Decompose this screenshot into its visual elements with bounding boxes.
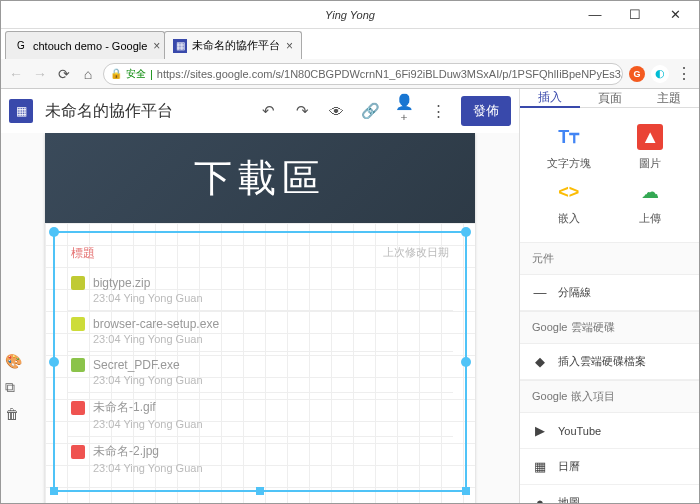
minimize-button[interactable]: — [575, 2, 615, 28]
insert-map[interactable]: ● 地圖 [520, 485, 699, 504]
tab-themes[interactable]: 主題 [639, 89, 699, 108]
drive-column-date: 上次修改日期 [383, 245, 449, 262]
file-meta: 23:04 Ying Yong Guan [93, 418, 449, 430]
section-components: 元件 [520, 242, 699, 275]
tab-pages[interactable]: 頁面 [580, 89, 640, 108]
insert-divider[interactable]: — 分隔線 [520, 275, 699, 311]
section-drive: Google 雲端硬碟 [520, 311, 699, 344]
page-canvas[interactable]: 下載區 標題 上次修改日期 bigtype.z [45, 133, 475, 504]
close-tab-icon[interactable]: × [286, 39, 293, 53]
os-username: Ying Yong [325, 9, 375, 21]
google-favicon-icon: G [14, 39, 28, 53]
file-name: Secret_PDF.exe [93, 358, 180, 372]
section-google-embed: Google 嵌入項目 [520, 380, 699, 413]
tab-title: 未命名的協作平台 [192, 38, 280, 53]
drive-column-name: 標題 [71, 245, 95, 262]
tab-insert[interactable]: 插入 [520, 89, 580, 108]
image-icon: ▲ [637, 124, 663, 150]
app-toolbar: ▦ 未命名的協作平台 ↶ ↷ 👁 🔗 👤⁺ ⋮ 發佈 [1, 89, 519, 133]
copy-icon[interactable]: ⧉ [5, 379, 22, 396]
file-row[interactable]: 未命名-1.gif23:04 Ying Yong Guan [67, 392, 453, 436]
extension-icon[interactable]: ◐ [651, 65, 669, 83]
map-pin-icon: ● [532, 495, 548, 504]
more-button[interactable]: ⋮ [427, 102, 449, 120]
insert-upload[interactable]: ☁ 上傳 [612, 179, 690, 226]
redo-button[interactable]: ↷ [291, 102, 313, 120]
url-text: https://sites.google.com/s/1N80CBGPDWcrn… [157, 68, 623, 80]
preview-button[interactable]: 👁 [325, 103, 347, 120]
insert-youtube[interactable]: ▶ YouTube [520, 413, 699, 449]
file-type-icon [71, 401, 85, 415]
page-header[interactable]: 下載區 [45, 133, 475, 223]
file-type-icon [71, 445, 85, 459]
calendar-icon: ▦ [532, 459, 548, 474]
reload-button[interactable]: ⟳ [55, 65, 73, 83]
lock-icon: 🔒 [110, 68, 122, 79]
address-bar-row: ← → ⟳ ⌂ 🔒 安全 | https://sites.google.com/… [1, 59, 699, 89]
file-name: browser-care-setup.exe [93, 317, 219, 331]
browser-tab[interactable]: G chtouch demo - Google × [5, 31, 165, 59]
insert-image[interactable]: ▲ 圖片 [612, 124, 690, 171]
file-type-icon [71, 276, 85, 290]
site-title[interactable]: 未命名的協作平台 [45, 101, 173, 122]
delete-icon[interactable]: 🗑 [5, 406, 22, 422]
file-type-icon [71, 317, 85, 331]
file-name: 未命名-1.gif [93, 399, 156, 416]
file-row[interactable]: browser-care-setup.exe23:04 Ying Yong Gu… [67, 310, 453, 351]
file-meta: 23:04 Ying Yong Guan [93, 374, 449, 386]
file-meta: 23:04 Ying Yong Guan [93, 462, 449, 474]
undo-button[interactable]: ↶ [257, 102, 279, 120]
file-row[interactable]: 未命名-2.jpg23:04 Ying Yong Guan [67, 436, 453, 480]
browser-tab-strip: G chtouch demo - Google × ▦ 未命名的協作平台 × [1, 29, 699, 59]
extension-icon[interactable]: G [629, 66, 645, 82]
back-button[interactable]: ← [7, 65, 25, 83]
file-row[interactable]: bigtype.zip23:04 Ying Yong Guan [67, 270, 453, 310]
close-tab-icon[interactable]: × [153, 39, 160, 53]
drive-icon: ◆ [532, 354, 548, 369]
file-meta: 23:04 Ying Yong Guan [93, 333, 449, 345]
maximize-button[interactable]: ☐ [615, 2, 655, 28]
palette-icon[interactable]: 🎨 [5, 353, 22, 369]
close-button[interactable]: ✕ [655, 2, 695, 28]
embed-icon: <> [556, 179, 582, 205]
sites-logo-icon[interactable]: ▦ [9, 99, 33, 123]
upload-icon: ☁ [637, 179, 663, 205]
insert-text-box[interactable]: Tᴛ 文字方塊 [530, 124, 608, 171]
file-type-icon [71, 358, 85, 372]
secure-label: 安全 [126, 67, 146, 81]
tab-title: chtouch demo - Google [33, 40, 147, 52]
drive-embed-block[interactable]: 標題 上次修改日期 bigtype.zip23:04 Ying Yong Gua… [53, 231, 467, 492]
browser-tab[interactable]: ▦ 未命名的協作平台 × [164, 31, 302, 59]
youtube-icon: ▶ [532, 423, 548, 438]
chrome-menu-button[interactable]: ⋮ [675, 64, 693, 83]
insert-embed[interactable]: <> 嵌入 [530, 179, 608, 226]
text-icon: Tᴛ [556, 124, 582, 150]
home-button[interactable]: ⌂ [79, 65, 97, 83]
share-button[interactable]: 👤⁺ [393, 93, 415, 129]
forward-button[interactable]: → [31, 65, 49, 83]
link-button[interactable]: 🔗 [359, 102, 381, 120]
publish-button[interactable]: 發佈 [461, 96, 511, 126]
address-bar[interactable]: 🔒 安全 | https://sites.google.com/s/1N80CB… [103, 63, 623, 85]
file-name: bigtype.zip [93, 276, 150, 290]
sites-favicon-icon: ▦ [173, 39, 187, 53]
file-row[interactable]: Secret_PDF.exe23:04 Ying Yong Guan [67, 351, 453, 392]
insert-calendar[interactable]: ▦ 日曆 [520, 449, 699, 485]
divider-icon: — [532, 285, 548, 300]
file-meta: 23:04 Ying Yong Guan [93, 292, 449, 304]
insert-drive-file[interactable]: ◆ 插入雲端硬碟檔案 [520, 344, 699, 380]
file-name: 未命名-2.jpg [93, 443, 159, 460]
